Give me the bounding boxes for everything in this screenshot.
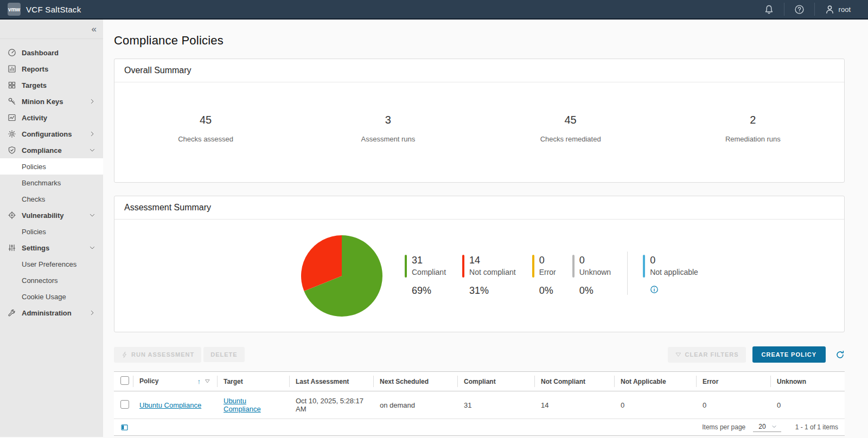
app-title: VCF SaltStack	[26, 5, 81, 14]
summary-stat: 45 Checks remediated	[480, 114, 662, 143]
policies-table: Policy↑TargetLast AssessmentNext Schedul…	[114, 371, 845, 419]
cell-next-scheduled: on demand	[373, 391, 457, 419]
overall-summary-card: Overall Summary 45 Checks assessed 3 Ass…	[114, 59, 845, 183]
legend-label: Unknown	[579, 268, 611, 276]
help-icon	[794, 4, 805, 15]
items-per-page-select[interactable]: 20	[753, 422, 781, 432]
sidebar-item-benchmarks[interactable]: Benchmarks	[0, 175, 103, 191]
create-policy-button[interactable]: Create Policy	[752, 346, 826, 363]
info-icon	[650, 285, 659, 294]
column-header-compliant[interactable]: Compliant	[457, 372, 534, 391]
cell-error: 0	[696, 391, 770, 419]
cell-policy-link[interactable]: Ubuntu Compliance	[139, 401, 201, 409]
run-assessment-button[interactable]: Run Assessment	[114, 347, 201, 363]
sidebar-item-vulnerability[interactable]: Vulnerability	[0, 207, 103, 223]
stat-value: 45	[480, 114, 662, 126]
chevron-right-icon	[89, 98, 95, 105]
target-icon	[8, 211, 16, 220]
sidebar-item-user-preferences[interactable]: User Preferences	[0, 256, 103, 272]
sidebar-item-settings[interactable]: Settings	[0, 240, 103, 256]
key-icon	[8, 97, 16, 106]
column-settings-button[interactable]	[120, 423, 129, 431]
sidebar-item-compliance[interactable]: Compliance	[0, 142, 103, 158]
column-header-unknown[interactable]: Unknown	[770, 372, 845, 391]
column-header-last-assessment[interactable]: Last Assessment	[289, 372, 373, 391]
compliance-pie-chart	[301, 235, 383, 317]
sort-ascending-icon[interactable]: ↑	[197, 377, 201, 385]
assessment-summary-card: Assessment Summary 31 Compliant 69% 14 N…	[114, 196, 845, 332]
user-menu[interactable]: root	[815, 4, 860, 15]
info-button[interactable]	[650, 284, 698, 294]
column-header-not-compliant[interactable]: Not Compliant	[534, 372, 614, 391]
cell-not-compliant: 14	[534, 391, 614, 419]
notifications-button[interactable]	[754, 4, 784, 15]
clear-filters-button[interactable]: Clear Filters	[668, 347, 746, 363]
stat-label: Checks assessed	[114, 135, 297, 143]
chevron-right-icon	[89, 310, 95, 316]
sidebar-collapse-button[interactable]: «	[92, 24, 97, 34]
column-header-target[interactable]: Target	[217, 372, 289, 391]
sidebar-item-administration[interactable]: Administration	[0, 305, 103, 321]
legend-value: 0	[579, 255, 611, 266]
column-filter-icon[interactable]	[205, 378, 210, 384]
bar-chart-icon	[8, 65, 16, 73]
sidebar-item-cookie-usage[interactable]: Cookie Usage	[0, 288, 103, 305]
row-checkbox[interactable]	[120, 400, 129, 409]
sidebar-item-policies[interactable]: Policies	[0, 223, 103, 240]
legend-divider	[627, 252, 628, 295]
legend-color-bar	[462, 255, 464, 278]
legend-item-error: 0 Error 0%	[532, 255, 556, 297]
sidebar-item-dashboard[interactable]: Dashboard	[0, 44, 103, 61]
grid-icon	[8, 81, 16, 89]
items-per-page-label: Items per page	[702, 423, 745, 431]
sidebar-item-targets[interactable]: Targets	[0, 77, 103, 93]
summary-stat: 45 Checks assessed	[114, 114, 297, 143]
stat-label: Checks remediated	[480, 135, 662, 143]
legend-label: Not compliant	[469, 268, 516, 276]
sidebar: « Dashboard Reports Targets Minion Keys …	[0, 20, 103, 437]
user-icon	[825, 4, 835, 15]
overall-summary-title: Overall Summary	[114, 59, 844, 82]
sidebar-item-minion-keys[interactable]: Minion Keys	[0, 93, 103, 110]
sidebar-item-configurations[interactable]: Configurations	[0, 126, 103, 142]
filter-icon	[675, 351, 682, 358]
legend-label: Compliant	[412, 268, 446, 276]
sidebar-item-connectors[interactable]: Connectors	[0, 272, 103, 288]
legend-value: 0	[539, 255, 556, 266]
column-header-error[interactable]: Error	[696, 372, 770, 391]
legend-item-unknown: 0 Unknown 0%	[572, 255, 611, 297]
refresh-icon	[835, 350, 845, 359]
refresh-button[interactable]	[835, 350, 845, 359]
page-title: Compliance Policies	[114, 34, 845, 48]
sidebar-item-policies[interactable]: Policies	[0, 158, 103, 175]
grid-toolbar: Run Assessment Delete Clear Filters Crea…	[114, 346, 845, 363]
sidebar-item-reports[interactable]: Reports	[0, 61, 103, 77]
legend-percent: 0%	[539, 285, 556, 297]
chevron-right-icon	[89, 131, 95, 137]
cell-last-assessment: Oct 10, 2025, 5:28:17 AM	[289, 391, 373, 419]
help-button[interactable]	[784, 4, 814, 15]
chevron-down-icon	[771, 424, 777, 429]
legend-color-bar	[532, 255, 534, 278]
bolt-icon	[121, 351, 128, 358]
legend-value: 0	[650, 255, 698, 266]
cell-compliant: 31	[457, 391, 534, 419]
column-header-policy[interactable]: Policy↑	[133, 372, 217, 391]
legend-percent: 0%	[579, 285, 611, 297]
sidebar-item-activity[interactable]: Activity	[0, 110, 103, 126]
top-bar: vmw VCF SaltStack root	[0, 0, 868, 20]
delete-button[interactable]: Delete	[203, 347, 244, 362]
wrench-icon	[8, 308, 16, 317]
activity-icon	[8, 113, 16, 122]
summary-stat: 3 Assessment runs	[297, 114, 479, 143]
chevron-down-icon	[89, 244, 95, 251]
sidebar-item-checks[interactable]: Checks	[0, 191, 103, 207]
stat-value: 2	[662, 114, 844, 126]
legend-color-bar	[405, 255, 407, 278]
legend-label: Not applicable	[650, 268, 698, 276]
column-header-not-applicable[interactable]: Not Applicable	[614, 372, 696, 391]
cell-target-link[interactable]: Ubuntu Compliance	[224, 397, 261, 413]
column-header-next-scheduled[interactable]: Next Scheduled	[373, 372, 457, 391]
assessment-summary-title: Assessment Summary	[114, 196, 844, 220]
select-all-checkbox[interactable]	[120, 376, 129, 385]
